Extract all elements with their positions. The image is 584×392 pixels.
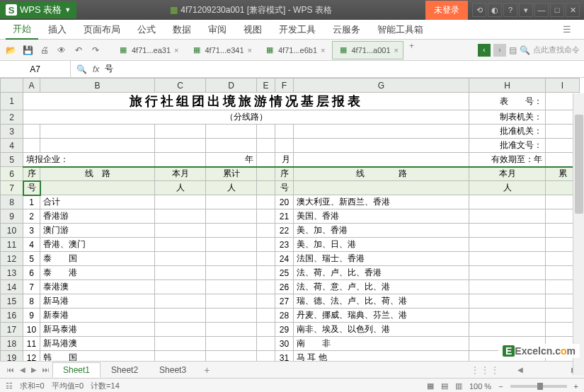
menu-review[interactable]: 审阅 <box>201 21 234 39</box>
cell[interactable] <box>469 224 546 238</box>
cell[interactable]: 新泰港 <box>40 309 155 323</box>
active-cell[interactable]: 号 <box>23 181 40 195</box>
cell[interactable]: 韩 国 <box>40 351 155 362</box>
cell[interactable]: 美、加、日、港 <box>294 238 469 252</box>
add-sheet-icon[interactable]: + <box>197 364 217 376</box>
cell[interactable] <box>155 351 206 362</box>
cell[interactable]: 7 <box>23 280 40 294</box>
zoom-level[interactable]: 100 % <box>469 382 491 391</box>
formula-input[interactable]: 号 <box>105 63 113 75</box>
cell[interactable]: 6 <box>23 266 40 280</box>
row-header[interactable]: 10 <box>1 224 23 238</box>
cell[interactable]: 合计 <box>40 195 155 209</box>
cell[interactable]: 23 <box>275 238 294 252</box>
cell[interactable]: 南非、埃及、以色列、港 <box>294 323 469 337</box>
cell[interactable] <box>257 266 275 280</box>
cell[interactable]: 27 <box>275 294 294 309</box>
cell[interactable]: 9 <box>23 309 40 323</box>
cell[interactable] <box>469 294 546 309</box>
cell[interactable]: 24 <box>275 252 294 266</box>
cell[interactable] <box>155 238 206 252</box>
row-header[interactable]: 15 <box>1 294 23 309</box>
layout-icon[interactable]: ☷ <box>6 381 13 391</box>
cell[interactable]: 10 <box>23 323 40 337</box>
view-page-icon[interactable]: ▤ <box>441 381 448 391</box>
cell[interactable]: 21 <box>275 209 294 224</box>
cell[interactable] <box>155 337 206 351</box>
menu-insert[interactable]: 插入 <box>41 21 74 39</box>
cell[interactable] <box>155 266 206 280</box>
sheet-nav-next-icon[interactable]: ▶ <box>28 366 40 374</box>
close-icon[interactable]: × <box>174 46 178 54</box>
cell[interactable]: 4 <box>23 238 40 252</box>
cell[interactable]: 泰 国 <box>40 252 155 266</box>
cell[interactable]: 31 <box>275 351 294 362</box>
cell[interactable]: 8 <box>23 294 40 309</box>
row-header[interactable]: 8 <box>1 195 23 209</box>
cell[interactable] <box>257 209 275 224</box>
cell[interactable]: 29 <box>275 323 294 337</box>
menu-layout[interactable]: 页面布局 <box>76 21 127 39</box>
cell[interactable]: 泰 港 <box>40 266 155 280</box>
cell[interactable] <box>469 252 546 266</box>
cell[interactable]: 香港游 <box>40 209 155 224</box>
col-header[interactable]: H <box>469 79 546 93</box>
select-all-corner[interactable] <box>1 79 23 93</box>
cell[interactable] <box>155 294 206 309</box>
cell[interactable] <box>155 209 206 224</box>
col-header[interactable]: E <box>257 79 275 93</box>
cell[interactable]: 22 <box>275 224 294 238</box>
zoom-knob[interactable] <box>537 383 543 390</box>
fx-label[interactable]: fx <box>93 64 99 74</box>
menu-formula[interactable]: 公式 <box>130 21 163 39</box>
sheet-tab[interactable]: Sheet3 <box>149 362 197 378</box>
sheet-tab[interactable]: Sheet1 <box>52 362 101 378</box>
cell[interactable] <box>206 252 257 266</box>
cell-reference[interactable]: A7 <box>0 61 71 77</box>
cell[interactable] <box>155 309 206 323</box>
row-header[interactable]: 13 <box>1 266 23 280</box>
cell[interactable]: 法国、瑞士、香港 <box>294 252 469 266</box>
cell[interactable] <box>206 294 257 309</box>
sheet-splitter[interactable]: ⋮⋮⋮ <box>471 365 500 375</box>
menu-view[interactable]: 视图 <box>236 21 269 39</box>
col-header[interactable]: G <box>294 79 469 93</box>
row-header[interactable]: 6 <box>1 167 23 181</box>
menu-smart[interactable]: 智能工具箱 <box>370 21 430 39</box>
menu-data[interactable]: 数据 <box>166 21 198 39</box>
cell[interactable] <box>257 238 275 252</box>
menu-cloud[interactable]: 云服务 <box>326 21 367 39</box>
cell[interactable]: 25 <box>275 266 294 280</box>
dropdown-icon[interactable]: ▼ <box>64 6 71 13</box>
cell[interactable] <box>257 294 275 309</box>
file-tab[interactable]: ▦4f71...ea31× <box>112 41 184 59</box>
row-header[interactable]: 7 <box>1 181 23 195</box>
help-icon[interactable]: ? <box>503 3 517 17</box>
row-header[interactable]: 3 <box>1 125 23 139</box>
cell[interactable]: 澳大利亚、新西兰、香港 <box>294 195 469 209</box>
row-header[interactable]: 1 <box>1 93 23 110</box>
row-header[interactable]: 5 <box>1 153 23 167</box>
row-header[interactable]: 16 <box>1 309 23 323</box>
save-icon[interactable]: 💾 <box>21 44 34 57</box>
menu-dev[interactable]: 开发工具 <box>272 21 323 39</box>
cell[interactable]: 2 <box>23 209 40 224</box>
cell[interactable]: 新马泰港 <box>40 323 155 337</box>
login-button[interactable]: 未登录 <box>425 1 468 20</box>
redo-icon[interactable]: ↷ <box>89 44 102 57</box>
row-header[interactable]: 11 <box>1 238 23 252</box>
zoom-slider[interactable] <box>510 385 567 388</box>
cell[interactable] <box>469 238 546 252</box>
cell[interactable] <box>206 224 257 238</box>
cell[interactable]: 瑞、德、法、卢、比、荷、港 <box>294 294 469 309</box>
row-header[interactable]: 19 <box>1 351 23 362</box>
file-tab-active[interactable]: ▦4f71...a001× <box>332 41 404 59</box>
cell[interactable]: 澳门游 <box>40 224 155 238</box>
undo-icon[interactable]: ↶ <box>72 44 85 57</box>
tab-nav-next-icon[interactable]: › <box>493 44 506 57</box>
cell[interactable]: 美、加、香港 <box>294 224 469 238</box>
cell[interactable] <box>469 309 546 323</box>
row-header[interactable]: 14 <box>1 280 23 294</box>
close-icon[interactable]: × <box>321 46 325 54</box>
cell[interactable] <box>206 337 257 351</box>
